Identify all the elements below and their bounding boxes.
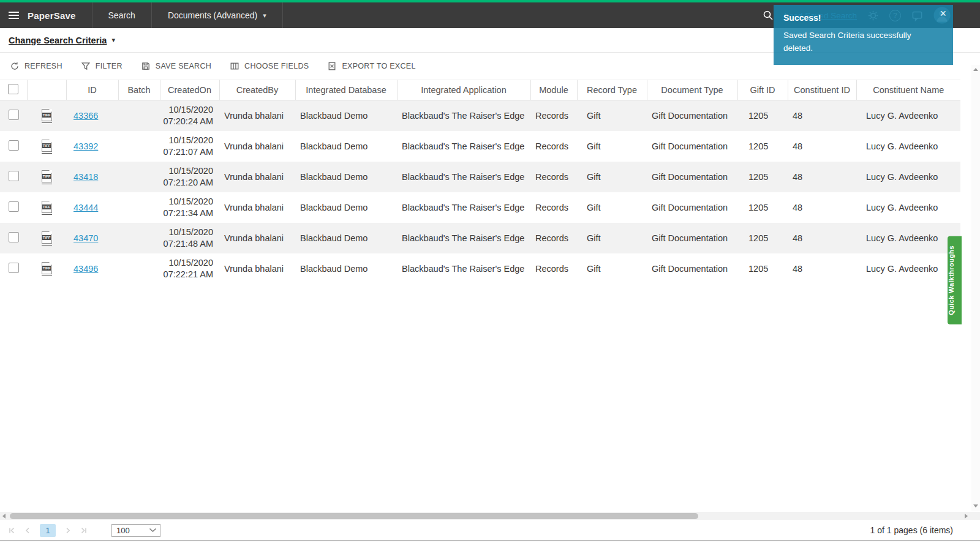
horizontal-scrollbar[interactable] bbox=[0, 512, 980, 520]
toast-title: Success! bbox=[783, 13, 943, 23]
row-id-cell: 43366 bbox=[66, 100, 118, 131]
row-constituent-name-cell: Lucy G. Avdeenko bbox=[856, 253, 960, 284]
document-id-link[interactable]: 43470 bbox=[74, 233, 98, 243]
brand-block: PaperSave bbox=[0, 2, 92, 28]
row-constituent-name-cell: Lucy G. Avdeenko bbox=[856, 192, 960, 223]
scroll-down-arrow-icon[interactable] bbox=[973, 504, 978, 508]
row-integrated-database-cell: Blackbaud Demo bbox=[295, 223, 397, 253]
row-batch-cell bbox=[118, 162, 160, 192]
file-type-label: TIFF bbox=[42, 113, 51, 118]
col-file-icon bbox=[27, 80, 66, 100]
document-id-link[interactable]: 43366 bbox=[74, 111, 98, 121]
col-record-type[interactable]: Record Type bbox=[577, 80, 647, 100]
close-icon[interactable]: × bbox=[940, 8, 946, 19]
choose-fields-button[interactable]: CHOOSE FIELDS bbox=[230, 61, 309, 71]
col-gift-id[interactable]: Gift ID bbox=[737, 80, 788, 100]
scroll-left-arrow-icon[interactable] bbox=[2, 514, 6, 519]
tiff-file-icon[interactable]: TIFF bbox=[42, 170, 52, 184]
row-constituent-name-cell: Lucy G. Avdeenko bbox=[856, 100, 960, 131]
scroll-right-arrow-icon[interactable] bbox=[965, 514, 968, 519]
last-page-button[interactable] bbox=[80, 527, 88, 534]
col-document-type[interactable]: Document Type bbox=[647, 80, 737, 100]
row-integrated-application-cell: Blackbaud's The Raiser's Edge bbox=[397, 131, 530, 162]
main-nav: Search Documents (Advanced) ▾ bbox=[92, 2, 283, 28]
quick-walkthroughs-tab[interactable]: Quick Walkthroughs bbox=[948, 236, 962, 324]
row-checkbox[interactable] bbox=[9, 263, 19, 273]
row-file-cell: TIFF bbox=[27, 223, 66, 253]
col-integrated-application[interactable]: Integrated Application bbox=[397, 80, 530, 100]
row-integrated-database-cell: Blackbaud Demo bbox=[295, 100, 397, 131]
tiff-file-icon[interactable]: TIFF bbox=[42, 140, 52, 154]
tiff-file-icon[interactable]: TIFF bbox=[42, 231, 52, 246]
created-date: 10/15/2020 bbox=[160, 227, 213, 238]
col-createdby[interactable]: CreatedBy bbox=[219, 80, 295, 100]
row-createdon-cell: 10/15/202007:21:07 AM bbox=[160, 131, 219, 162]
filter-button[interactable]: FILTER bbox=[81, 61, 123, 71]
next-page-icon bbox=[64, 527, 72, 534]
col-createdon[interactable]: CreatedOn bbox=[160, 80, 219, 100]
global-search-icon[interactable] bbox=[763, 10, 774, 21]
scroll-up-arrow-icon[interactable] bbox=[973, 68, 978, 71]
current-page-button[interactable]: 1 bbox=[40, 524, 56, 537]
page-size-select[interactable]: 100 bbox=[111, 524, 160, 537]
created-date: 10/15/2020 bbox=[160, 104, 213, 116]
save-search-button[interactable]: SAVE SEARCH bbox=[141, 61, 211, 71]
row-createdby-cell: Vrunda bhalani bbox=[219, 100, 295, 131]
choose-fields-label: CHOOSE FIELDS bbox=[244, 62, 309, 70]
columns-icon bbox=[230, 61, 239, 71]
row-checkbox[interactable] bbox=[9, 110, 19, 120]
first-page-icon bbox=[8, 527, 16, 534]
row-record-type-cell: Gift bbox=[577, 100, 647, 131]
row-id-cell: 43444 bbox=[66, 192, 118, 223]
row-checkbox[interactable] bbox=[9, 171, 19, 181]
prev-page-icon bbox=[24, 527, 32, 534]
row-checkbox[interactable] bbox=[9, 232, 19, 242]
row-createdon-cell: 10/15/202007:22:21 AM bbox=[160, 253, 219, 284]
document-id-link[interactable]: 43418 bbox=[74, 172, 98, 182]
col-id[interactable]: ID bbox=[66, 80, 118, 100]
chevron-down-icon: ▾ bbox=[263, 12, 266, 20]
tiff-file-icon[interactable]: TIFF bbox=[42, 109, 52, 123]
refresh-button[interactable]: REFRESH bbox=[10, 61, 62, 71]
row-record-type-cell: Gift bbox=[577, 192, 647, 223]
row-document-type-cell: Gift Documentation bbox=[647, 131, 737, 162]
nav-documents-advanced[interactable]: Documents (Advanced) ▾ bbox=[152, 2, 283, 28]
last-page-icon bbox=[80, 527, 88, 534]
filter-icon bbox=[81, 61, 91, 71]
row-integrated-database-cell: Blackbaud Demo bbox=[295, 131, 397, 162]
document-id-link[interactable]: 43392 bbox=[74, 141, 98, 151]
select-all-checkbox[interactable] bbox=[8, 84, 18, 94]
tiff-file-icon[interactable]: TIFF bbox=[42, 262, 52, 276]
export-to-excel-button[interactable]: EXPORT TO EXCEL bbox=[327, 61, 415, 71]
document-id-link[interactable]: 43496 bbox=[74, 264, 98, 274]
col-module[interactable]: Module bbox=[530, 80, 577, 100]
next-page-button[interactable] bbox=[64, 527, 72, 534]
col-constituent-name[interactable]: Constituent Name bbox=[856, 80, 960, 100]
success-toast: Success! Saved Search Criteria successfu… bbox=[774, 5, 953, 65]
col-batch[interactable]: Batch bbox=[118, 80, 160, 100]
row-gift-id-cell: 1205 bbox=[737, 253, 788, 284]
col-constituent-id[interactable]: Constituent ID bbox=[788, 80, 856, 100]
change-search-criteria-label: Change Search Criteria bbox=[9, 36, 107, 45]
horizontal-scroll-thumb[interactable] bbox=[10, 513, 698, 519]
refresh-icon bbox=[10, 61, 20, 71]
first-page-button[interactable] bbox=[8, 527, 16, 534]
row-batch-cell bbox=[118, 223, 160, 253]
hamburger-menu-icon[interactable] bbox=[9, 10, 19, 21]
nav-search[interactable]: Search bbox=[92, 2, 152, 28]
row-file-cell: TIFF bbox=[27, 192, 66, 223]
created-time: 07:21:34 AM bbox=[160, 208, 213, 219]
document-id-link[interactable]: 43444 bbox=[74, 203, 98, 212]
tiff-file-icon[interactable]: TIFF bbox=[42, 201, 52, 215]
row-checkbox[interactable] bbox=[9, 140, 19, 151]
prev-page-button[interactable] bbox=[24, 527, 32, 534]
row-integrated-application-cell: Blackbaud's The Raiser's Edge bbox=[397, 253, 530, 284]
vertical-scrollbar[interactable] bbox=[971, 65, 980, 511]
created-date: 10/15/2020 bbox=[160, 165, 213, 177]
row-checkbox[interactable] bbox=[9, 201, 19, 212]
created-time: 07:21:07 AM bbox=[160, 146, 213, 158]
change-search-criteria-link[interactable]: Change Search Criteria ▾ bbox=[9, 36, 115, 45]
row-module-cell: Records bbox=[530, 192, 577, 223]
col-integrated-database[interactable]: Integrated Database bbox=[295, 80, 397, 100]
table-header-row: ID Batch CreatedOn CreatedBy Integrated … bbox=[0, 80, 960, 100]
